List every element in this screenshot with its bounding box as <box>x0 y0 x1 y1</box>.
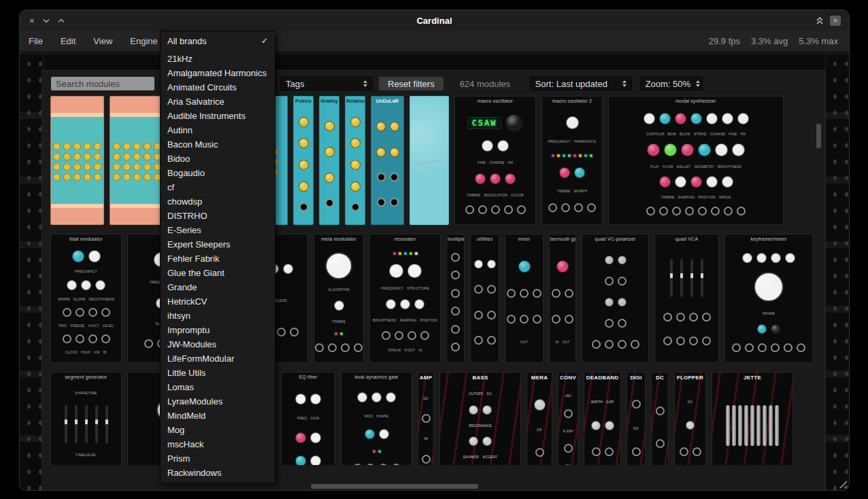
menubar-item-edit[interactable]: Edit <box>52 36 84 46</box>
port-jack <box>277 328 286 337</box>
brand-menu-item[interactable]: E-Series <box>161 223 275 237</box>
panel-label: CV <box>633 426 638 430</box>
module-card-resonator[interactable]: resonatorFREQUENCYSTRUCTUREBRIGHTNESSDAM… <box>369 234 441 363</box>
label-row: SHAPE/TIME <box>75 391 97 395</box>
brand-menu-item[interactable]: ihtsyn <box>161 309 275 323</box>
module-card-amp[interactable]: AMPCVIN <box>418 372 434 465</box>
module-card-digi[interactable]: DIGICV <box>627 372 646 465</box>
menubar-item-view[interactable]: View <box>84 36 121 46</box>
brand-menu-item[interactable]: HetrickCV <box>161 294 275 309</box>
search-input[interactable] <box>51 77 154 90</box>
brand-menu-item[interactable]: MindMeld <box>161 409 275 423</box>
module-card-dual-dynamics-gate[interactable]: dual dynamics gateMODSHAPEEXCITEINEXCITE… <box>341 372 412 465</box>
brand-menu-item[interactable]: Bidoo <box>161 152 275 166</box>
module-card-grabby[interactable]: Grabby <box>319 96 339 225</box>
port-row <box>315 343 363 352</box>
tags-select[interactable]: Tags <box>280 77 373 90</box>
chevron-up-icon[interactable] <box>58 18 65 23</box>
knob-row <box>299 138 309 148</box>
brand-menu-item[interactable]: DISTRHO <box>161 209 275 223</box>
slider <box>701 259 703 297</box>
knob-row <box>686 421 695 430</box>
module-card-jette[interactable]: JETTE <box>712 372 793 465</box>
zoom-select-label: Zoom: 50% <box>646 79 690 89</box>
module-card-macro-oscillator-2[interactable]: macro oscillator 2FREQUENCYHARMONICSTIMB… <box>541 96 603 225</box>
panel-label: TIMBRE <box>557 189 571 193</box>
module-card-keyframer-mixer[interactable]: keyframer/mixerFRAME <box>724 234 813 363</box>
port-jack <box>390 173 399 182</box>
module-card-dc[interactable]: DCANALOG <box>651 372 669 465</box>
module-card-quad-vc-polarizer[interactable]: quad VC-polarizer <box>582 234 649 363</box>
brand-menu-item[interactable]: Prism <box>161 451 275 466</box>
brand-menu-item[interactable]: Fehler Fabrik <box>161 252 275 266</box>
reset-filters-button[interactable]: Reset filters <box>379 77 444 90</box>
brand-menu-item[interactable]: Little Utils <box>161 366 275 380</box>
brand-menu-item[interactable]: Amalgamated Harmonics <box>161 66 275 80</box>
brand-menu-item[interactable]: cf <box>161 180 275 194</box>
module-title: resonator <box>370 235 440 242</box>
window-close-icon[interactable]: × <box>29 16 35 25</box>
module-card[interactable] <box>110 96 165 225</box>
module-card-rotatoes[interactable]: Rotatoes <box>345 96 365 225</box>
module-card-bass[interactable]: BASSCUTOFFCVRESONANCEENVMODACCENTDECAYGA… <box>439 372 521 465</box>
module-card[interactable] <box>50 96 104 225</box>
module-card-modal-synthesizer[interactable]: modal synthesizerCONTOURBOWBLOWSTRIKECOA… <box>608 96 784 225</box>
port-jack <box>465 205 474 214</box>
brand-menu-item[interactable]: Audible Instruments <box>161 109 275 123</box>
brand-menu-item[interactable]: Autinn <box>161 123 275 137</box>
module-title: bernoulli gate <box>550 235 575 242</box>
brand-menu-item[interactable]: Bacon Music <box>161 137 275 152</box>
module-card-bernoulli-gate[interactable]: bernoulli gateINOUT <box>549 234 576 363</box>
knob <box>715 143 728 156</box>
brand-menu-item[interactable]: Aria Salvatrice <box>161 94 275 109</box>
panel-label: COARSE <box>710 132 725 136</box>
led <box>552 154 554 157</box>
module-card-eq-filter[interactable]: EQ filterFREQGAIN <box>281 372 335 465</box>
brand-menu-item[interactable]: Bogaudio <box>161 166 275 180</box>
module-card-segment-generator[interactable]: segment generatorSHAPE/TIMETIME/LEVELGAT… <box>50 372 122 465</box>
brand-menu-item[interactable]: Mog <box>161 423 275 437</box>
brand-menu-item[interactable]: Grande <box>161 280 275 294</box>
port-row <box>552 315 573 324</box>
brand-menu-item[interactable]: Animated Circuits <box>161 80 275 94</box>
module-card[interactable]: Aria Salvatrice <box>410 96 449 225</box>
close-box-icon[interactable]: × <box>830 16 841 26</box>
module-card-conv[interactable]: CONV+5V0-10VCV <box>558 372 578 465</box>
brand-menu-item[interactable]: JW-Modules <box>161 337 275 351</box>
port-row <box>592 447 614 456</box>
module-card-utilities[interactable]: utilities <box>470 234 499 363</box>
brand-menu-item-all-brands[interactable]: All brands ✓ <box>161 34 275 48</box>
knob-row <box>365 429 389 439</box>
module-card-meta-modulator[interactable]: meta modulatorALGORITHMTIMBRE <box>314 234 364 363</box>
brand-menu-item[interactable]: Lomas <box>161 380 275 394</box>
chevron-down-icon[interactable] <box>43 18 50 23</box>
module-card-flopper[interactable]: FLOPPERCV <box>674 372 706 465</box>
module-card-pokies[interactable]: Pokies <box>293 96 314 225</box>
brand-menu-item[interactable]: Impromptu <box>161 323 275 337</box>
brand-menu-item[interactable]: chowdsp <box>161 194 275 209</box>
brand-menu-item[interactable]: 21kHz <box>161 52 275 66</box>
zoom-select[interactable]: Zoom: 50% <box>640 77 703 90</box>
module-card-mera[interactable]: MERACV <box>527 372 552 465</box>
brand-menu-item[interactable]: mscHack <box>161 437 275 451</box>
sort-select[interactable]: Sort: Last updated <box>530 77 632 90</box>
brand-menu-item[interactable]: Glue the Giant <box>161 266 275 280</box>
brand-menu-item[interactable]: LyraeModules <box>161 394 275 409</box>
module-card-mixer[interactable]: mixerOUT <box>505 234 544 363</box>
module-card-deadband[interactable]: DEADBANDWIDTHGAP <box>584 372 621 465</box>
vertical-scrollbar-thumb[interactable] <box>816 124 821 148</box>
module-card-multiples[interactable]: multiples <box>446 234 465 363</box>
brand-menu-item[interactable]: Rackwindows <box>161 466 275 480</box>
port-jack <box>646 207 655 216</box>
double-chevron-up-icon[interactable] <box>816 16 824 25</box>
module-card-undular[interactable]: UnDuLaR <box>371 96 404 225</box>
menubar-item-file[interactable]: File <box>20 36 52 46</box>
brand-menu-item[interactable]: LifeFormModular <box>161 351 275 366</box>
brand-menu-item[interactable]: Expert Sleepers <box>161 237 275 252</box>
knob <box>681 143 694 156</box>
module-card-tidal-modulator[interactable]: tidal modulatorFREQUENCYSHAPESLOPESMOOTH… <box>50 234 122 363</box>
module-card-macro-oscillator[interactable]: macro oscillatorCSAWFINECOARSEFMTIMBREMO… <box>454 96 536 225</box>
panel-label: BOW <box>668 132 677 136</box>
module-card-quad-vca[interactable]: quad VCA <box>654 234 719 363</box>
horizontal-scrollbar-thumb[interactable] <box>311 484 478 489</box>
